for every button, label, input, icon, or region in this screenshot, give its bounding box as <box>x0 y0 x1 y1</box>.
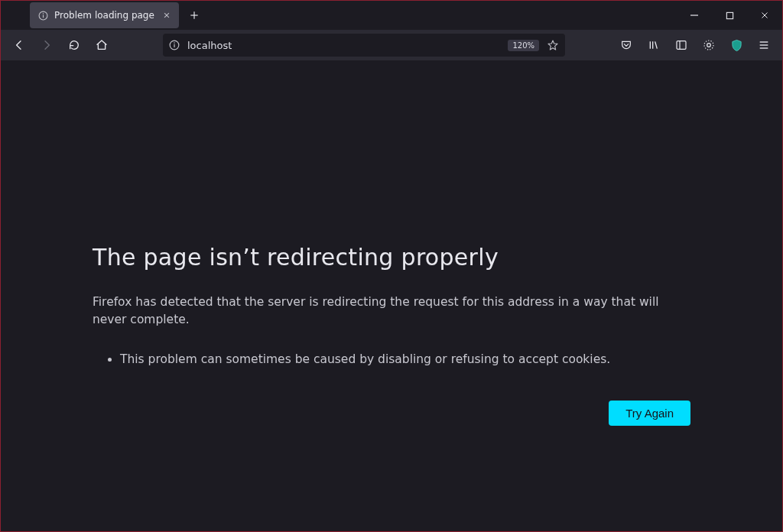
bookmark-star-icon[interactable] <box>545 39 560 51</box>
reload-button[interactable] <box>62 33 86 57</box>
error-page-content: The page isn’t redirecting properly Fire… <box>1 60 782 531</box>
pocket-icon[interactable] <box>614 33 638 57</box>
tab-title: Problem loading page <box>54 10 154 21</box>
svg-point-2 <box>42 13 43 14</box>
svg-point-19 <box>707 44 711 47</box>
svg-rect-17 <box>677 41 686 50</box>
svg-point-20 <box>704 41 713 50</box>
maximize-button[interactable] <box>712 1 747 30</box>
title-bar: Problem loading page <box>1 1 782 30</box>
library-icon[interactable] <box>642 33 666 57</box>
minimize-button[interactable] <box>677 1 712 30</box>
try-again-button[interactable]: Try Again <box>609 401 690 426</box>
svg-point-13 <box>174 42 175 44</box>
extension-gear-icon[interactable] <box>697 33 721 57</box>
error-actions: Try Again <box>93 401 690 426</box>
url-text: localhost <box>187 40 502 51</box>
svg-line-16 <box>655 41 658 48</box>
window-controls <box>677 1 782 30</box>
error-description: Firefox has detected that the server is … <box>93 294 690 329</box>
info-icon <box>37 10 48 21</box>
new-tab-button[interactable] <box>182 3 206 28</box>
error-hint-item: This problem can sometimes be caused by … <box>120 351 690 368</box>
address-bar[interactable]: localhost 120% <box>163 34 565 57</box>
tab-strip: Problem loading page <box>1 2 677 28</box>
error-hint-list: This problem can sometimes be caused by … <box>93 351 690 368</box>
error-heading: The page isn’t redirecting properly <box>93 244 690 271</box>
identity-info-icon[interactable] <box>167 40 181 50</box>
application-menu-icon[interactable] <box>752 33 776 57</box>
back-button[interactable] <box>7 33 31 57</box>
browser-tab[interactable]: Problem loading page <box>30 2 179 28</box>
svg-rect-8 <box>726 12 733 18</box>
protection-shield-icon[interactable] <box>724 33 749 57</box>
zoom-badge[interactable]: 120% <box>508 40 539 51</box>
tab-close-icon[interactable] <box>161 9 173 21</box>
forward-button[interactable] <box>34 33 59 57</box>
home-button[interactable] <box>89 33 114 57</box>
window-close-button[interactable] <box>747 1 782 30</box>
navigation-toolbar: localhost 120% <box>1 30 782 60</box>
sidebar-icon[interactable] <box>669 33 694 57</box>
